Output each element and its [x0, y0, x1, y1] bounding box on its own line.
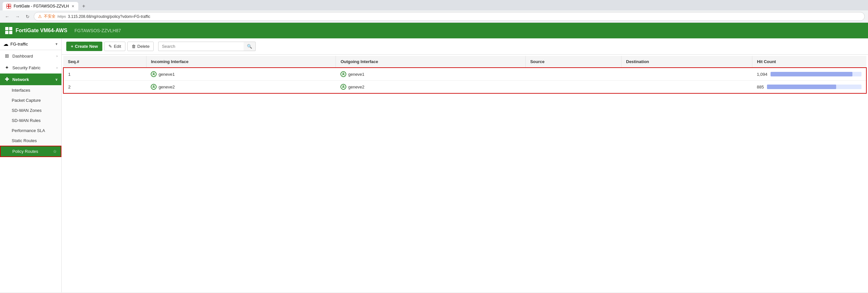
logo-area: FortiGate VM64-AWS FGTAWSOS-ZZVLH87	[5, 27, 121, 34]
row2-hitcount-bar	[767, 85, 862, 89]
svg-point-4	[153, 73, 154, 74]
sidebar: ☁ FG-traffic ▼ ⊞ Dashboard › ✦ Security …	[0, 38, 62, 292]
vdom-cloud-icon: ☁	[3, 41, 8, 47]
forward-button[interactable]: →	[13, 13, 22, 20]
svg-rect-3	[9, 6, 11, 8]
main-area: ☁ FG-traffic ▼ ⊞ Dashboard › ✦ Security …	[0, 38, 868, 292]
sd-wan-zones-label: SD-WAN Zones	[12, 108, 41, 113]
interface-icon-2-out	[340, 84, 346, 90]
dashboard-icon: ⊞	[4, 53, 10, 59]
security-warning-icon: ⚠	[38, 14, 42, 19]
app-container: FortiGate VM64-AWS FGTAWSOS-ZZVLH87 ☁ FG…	[0, 23, 868, 292]
sidebar-label-dashboard: Dashboard	[12, 54, 33, 59]
col-header-destination: Destination	[621, 56, 752, 68]
interface-icon-1-out	[340, 71, 346, 77]
create-new-button[interactable]: + Create New	[66, 41, 102, 51]
sidebar-subitem-static-routes[interactable]: Static Routes	[0, 136, 61, 146]
row1-hitcount: 1,094	[752, 68, 866, 81]
static-routes-label: Static Routes	[12, 138, 37, 143]
svg-rect-2	[7, 6, 8, 8]
row1-outgoing: geneve1	[336, 68, 526, 81]
top-navbar: FortiGate VM64-AWS FGTAWSOS-ZZVLH87	[0, 23, 868, 38]
sidebar-subitem-sd-wan-zones[interactable]: SD-WAN Zones	[0, 105, 61, 115]
create-new-label: Create New	[75, 44, 98, 49]
tab-bar: FortiGate - FGTAWSOS-ZZVLH ✕ +	[0, 0, 868, 10]
insecure-label: 不安全	[44, 14, 56, 19]
delete-label: Delete	[137, 44, 150, 49]
row2-incoming: geneve2	[146, 81, 336, 94]
edit-pencil-icon: ✎	[108, 44, 112, 49]
sidebar-arrow-network: ∨	[55, 78, 58, 81]
sd-wan-rules-label: SD-WAN Rules	[12, 118, 41, 123]
svg-point-6	[153, 86, 154, 87]
vdom-name-label: FG-traffic	[10, 41, 53, 47]
svg-rect-0	[7, 4, 8, 6]
hostname-label: FGTAWSOS-ZZVLH87	[74, 28, 121, 33]
col-header-outgoing: Outgoing Interface	[336, 56, 526, 68]
col-header-incoming: Incoming Interface	[146, 56, 336, 68]
sidebar-subitem-packet-capture[interactable]: Packet Capture	[0, 95, 61, 105]
sidebar-subitem-performance-sla[interactable]: Performance SLA	[0, 125, 61, 136]
tab-title: FortiGate - FGTAWSOS-ZZVLH	[13, 4, 69, 8]
sidebar-subitem-interfaces[interactable]: Interfaces	[0, 85, 61, 95]
sidebar-label-network: Network	[12, 77, 29, 82]
reload-button[interactable]: ↻	[24, 13, 31, 20]
interfaces-label: Interfaces	[12, 88, 30, 93]
address-bar[interactable]: ⚠ 不安全 https 3.115.208.68/ng/routing/poli…	[34, 12, 865, 21]
svg-rect-1	[9, 4, 11, 6]
edit-button[interactable]: ✎ Edit	[104, 41, 125, 51]
row2-source	[526, 81, 621, 94]
browser-chrome: FortiGate - FGTAWSOS-ZZVLH ✕ + ← → ↻ ⚠ 不…	[0, 0, 868, 23]
sidebar-subitem-sd-wan-rules[interactable]: SD-WAN Rules	[0, 115, 61, 125]
security-fabric-icon: ✦	[4, 65, 10, 70]
row2-incoming-label: geneve2	[158, 85, 175, 89]
policy-routes-star-icon: ☆	[53, 149, 57, 154]
search-button[interactable]: 🔍	[244, 41, 256, 51]
interface-icon-2-in	[151, 84, 157, 90]
logo-icon	[5, 27, 12, 34]
row2-hitcount-value: 885	[757, 85, 764, 89]
tab-favicon	[6, 4, 11, 8]
row2-hitcount: 885	[752, 81, 866, 94]
row1-incoming-label: geneve1	[158, 72, 175, 77]
url-text: 3.115.208.68/ng/routing/policy?vdom=FG-t…	[68, 14, 150, 19]
back-button[interactable]: ←	[3, 13, 11, 20]
svg-point-7	[343, 86, 344, 87]
sidebar-label-security-fabric: Security Fabric	[12, 65, 41, 70]
search-input[interactable]	[158, 41, 244, 51]
toolbar: + Create New ✎ Edit 🗑 Delete 🔍	[62, 38, 868, 55]
delete-button[interactable]: 🗑 Delete	[127, 41, 154, 51]
policy-routes-table: Seq.# Incoming Interface Outgoing Interf…	[63, 56, 867, 94]
sidebar-item-security-fabric[interactable]: ✦ Security Fabric ›	[0, 62, 61, 74]
interface-icon-1-in	[151, 71, 157, 77]
performance-sla-label: Performance SLA	[12, 128, 45, 133]
row1-hitcount-value: 1,094	[757, 72, 768, 77]
row1-hitcount-bar-fill	[771, 72, 852, 77]
table-header-row: Seq.# Incoming Interface Outgoing Interf…	[63, 56, 866, 68]
row2-destination	[621, 81, 752, 94]
vdom-dropdown-icon: ▼	[55, 42, 58, 46]
sidebar-item-network[interactable]: ✚ Network ∨	[0, 74, 61, 85]
sidebar-arrow-security-fabric: ›	[57, 66, 58, 69]
sidebar-subitem-policy-routes[interactable]: Policy Routes ☆	[0, 146, 61, 157]
row1-outgoing-label: geneve1	[348, 72, 365, 77]
tab-close-button[interactable]: ✕	[71, 4, 74, 8]
table-row[interactable]: 2 geneve2	[63, 81, 866, 94]
row2-outgoing-label: geneve2	[348, 85, 365, 89]
row1-incoming: geneve1	[146, 68, 336, 81]
sidebar-item-dashboard[interactable]: ⊞ Dashboard ›	[0, 50, 61, 62]
row1-destination	[621, 68, 752, 81]
row1-source	[526, 68, 621, 81]
row1-hitcount-bar	[771, 72, 862, 77]
new-tab-button[interactable]: +	[80, 3, 87, 9]
vdom-selector[interactable]: ☁ FG-traffic ▼	[0, 38, 61, 50]
content-area: + Create New ✎ Edit 🗑 Delete 🔍	[62, 38, 868, 292]
table-wrapper: Seq.# Incoming Interface Outgoing Interf…	[62, 55, 868, 95]
table-row[interactable]: 1 geneve1	[63, 68, 866, 81]
network-submenu: Interfaces Packet Capture SD-WAN Zones S…	[0, 85, 61, 157]
address-bar-row: ← → ↻ ⚠ 不安全 https 3.115.208.68/ng/routin…	[0, 10, 868, 23]
active-tab[interactable]: FortiGate - FGTAWSOS-ZZVLH ✕	[3, 2, 78, 10]
url-protocol-strikethrough: https	[58, 14, 66, 19]
search-area: 🔍	[158, 41, 256, 51]
app-title: FortiGate VM64-AWS	[16, 28, 67, 33]
